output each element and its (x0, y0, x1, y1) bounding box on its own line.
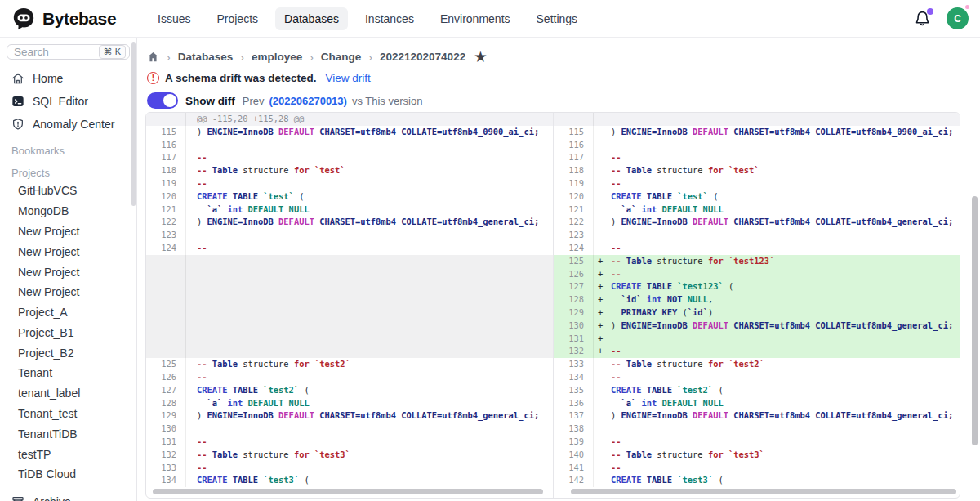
code-line (197, 255, 553, 268)
notifications-button[interactable] (914, 10, 932, 28)
line-number: 115 (146, 126, 186, 139)
code-line: -- (611, 345, 960, 358)
line-number: 119 (146, 177, 186, 190)
line-number (146, 293, 186, 306)
diff-sign (186, 333, 197, 346)
diff-sign (186, 164, 197, 177)
diff-sign (594, 190, 611, 204)
breadcrumb-separator: › (310, 51, 314, 64)
archive-icon (11, 495, 24, 501)
sidebar-scrollbar[interactable] (131, 42, 136, 206)
home-breadcrumb-icon[interactable] (147, 51, 159, 63)
diff-sign (186, 306, 197, 320)
nav-item-projects[interactable]: Projects (207, 7, 267, 30)
sidebar-project-item[interactable]: MongoDB (18, 201, 130, 221)
bytebase-logo[interactable]: Bytebase (11, 7, 136, 31)
line-number: 116 (146, 139, 186, 152)
diff-row: 119-- (554, 177, 960, 190)
page-scrollbar[interactable] (972, 196, 978, 445)
breadcrumb-version[interactable]: 20221202074022 (380, 51, 466, 63)
sidebar-project-item[interactable]: New Project (18, 241, 130, 262)
search-shortcut-badge: ⌘ K (99, 45, 126, 59)
diff-sign (594, 449, 611, 462)
diff-pane-current[interactable]: 115) ENGINE=InnoDB DEFAULT CHARSET=utf8m… (553, 113, 960, 498)
show-diff-toggle[interactable] (147, 92, 178, 109)
search-box[interactable]: ⌘ K (7, 44, 130, 60)
diff-row: 122) ENGINE=InnoDB DEFAULT CHARSET=utf8m… (554, 216, 960, 229)
nav-item-issues[interactable]: Issues (149, 7, 199, 30)
line-number (146, 255, 186, 268)
line-number: 118 (146, 164, 186, 177)
code-line: @@ -115,20 +115,28 @@ (197, 113, 553, 126)
code-line: CREATE TABLE `test123` ( (611, 280, 960, 293)
nav-item-instances[interactable]: Instances (356, 7, 423, 30)
code-line: CREATE TABLE `test` ( (611, 190, 960, 204)
breadcrumb-employee[interactable]: employee (252, 51, 302, 63)
line-number: 130 (146, 423, 186, 436)
line-number (146, 345, 186, 358)
nav-item-environments[interactable]: Environments (431, 7, 519, 30)
line-number (146, 306, 186, 320)
view-drift-link[interactable]: View drift (326, 72, 371, 84)
sidebar-item-anomaly-center[interactable]: Anomaly Center (7, 114, 130, 135)
line-number: 142 (554, 474, 594, 487)
search-input[interactable] (14, 46, 84, 58)
avatar[interactable]: C (947, 7, 969, 29)
diff-sign (186, 113, 197, 126)
line-number: 138 (554, 423, 594, 436)
sidebar-project-item[interactable]: Project_A (18, 302, 130, 323)
code-line (611, 113, 960, 126)
bookmark-star-icon[interactable]: ★ (474, 49, 486, 65)
horizontal-scrollbar-right[interactable] (571, 489, 956, 494)
diff-sign (186, 280, 197, 293)
sidebar-project-item[interactable]: tenant_label (18, 383, 130, 404)
sidebar-project-item[interactable]: Project_B1 (18, 322, 130, 342)
code-line (197, 423, 553, 436)
placeholder-row (146, 293, 553, 306)
code-line: ) ENGINE=InnoDB DEFAULT CHARSET=utf8mb4 … (611, 216, 960, 229)
sidebar-project-item[interactable]: Project_B2 (18, 342, 130, 363)
code-line: `a` int DEFAULT NULL (197, 204, 553, 217)
diff-sign (186, 320, 197, 333)
line-number: 118 (554, 164, 594, 177)
diff-sign: + (594, 320, 611, 333)
line-number: 129 (554, 306, 594, 320)
breadcrumb-change[interactable]: Change (321, 51, 362, 63)
sidebar-project-item[interactable]: New Project (18, 262, 130, 282)
line-number: 131 (554, 333, 594, 346)
code-line (197, 280, 553, 293)
bytebase-logo-icon (11, 7, 36, 31)
code-line (611, 229, 960, 242)
sidebar-item-archive[interactable]: Archive (7, 491, 130, 501)
line-number (146, 320, 186, 333)
sidebar-project-item[interactable]: TenantTiDB (18, 423, 130, 444)
sidebar-project-item[interactable]: New Project (18, 282, 130, 302)
line-number: 140 (554, 449, 594, 462)
vs-label: vs This version (352, 95, 422, 107)
sidebar-item-sql-editor[interactable]: SQL Editor (7, 91, 130, 112)
diff-pane-previous[interactable]: @@ -115,20 +115,28 @@115) ENGINE=InnoDB … (146, 113, 553, 498)
breadcrumb-databases[interactable]: Databases (178, 51, 234, 63)
sidebar-project-item[interactable]: Tenant_test (18, 404, 130, 424)
code-line (197, 320, 553, 333)
sidebar-item-home[interactable]: Home (7, 68, 130, 89)
terminal-icon (11, 95, 24, 108)
line-number: 121 (554, 204, 594, 217)
diff-sign (594, 423, 611, 436)
sidebar-project-item[interactable]: New Project (18, 221, 130, 242)
diff-row: 123 (146, 229, 553, 242)
sidebar-project-item[interactable]: Tenant (18, 363, 130, 383)
line-number: 133 (554, 358, 594, 371)
sidebar-project-item[interactable]: GitHubVCS (18, 181, 130, 201)
sidebar-project-item[interactable]: TiDB Cloud (18, 464, 130, 485)
sidebar-project-item[interactable]: testTP (18, 444, 130, 464)
nav-item-settings[interactable]: Settings (528, 7, 587, 30)
diff-row: 133-- (146, 462, 553, 475)
horizontal-scrollbar-left[interactable] (153, 489, 543, 494)
prev-version-link[interactable]: (202206270013) (269, 95, 346, 107)
diff-row: 134-- (554, 371, 960, 384)
diff-sign (186, 436, 197, 449)
diff-row: 132+-- (554, 345, 960, 358)
nav-item-databases[interactable]: Databases (275, 7, 348, 30)
diff-row: 141-- (554, 462, 960, 475)
